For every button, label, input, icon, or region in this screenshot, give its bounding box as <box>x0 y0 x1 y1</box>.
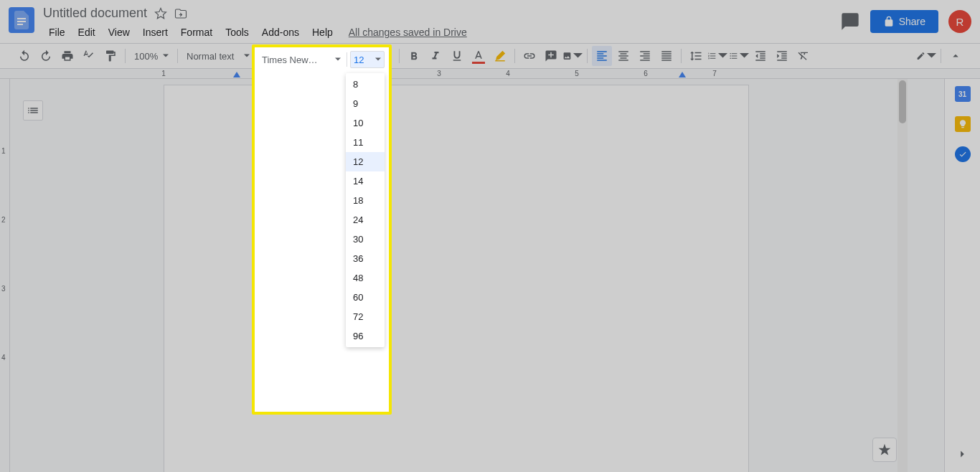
font-size-option[interactable]: 30 <box>346 230 385 249</box>
toolbar: 100% Normal text <box>0 43 980 69</box>
outline-toggle-button[interactable] <box>23 100 43 121</box>
left-indent-marker[interactable] <box>233 72 240 77</box>
share-label: Share <box>899 16 925 27</box>
side-panel: 31 <box>944 79 980 472</box>
text-color-button[interactable] <box>468 46 489 66</box>
font-size-select[interactable]: 12 <box>350 51 385 68</box>
menu-tools[interactable]: Tools <box>220 24 255 41</box>
bold-button[interactable] <box>404 46 424 66</box>
clear-formatting-button[interactable] <box>793 46 814 66</box>
paragraph-style-select[interactable]: Normal text <box>182 47 254 65</box>
explore-button[interactable] <box>872 438 897 462</box>
font-select[interactable]: Times New… <box>259 51 344 68</box>
insert-image-button[interactable] <box>562 46 583 66</box>
svg-rect-0 <box>17 18 26 19</box>
font-size-option[interactable]: 72 <box>346 307 385 326</box>
canvas-area <box>10 79 944 472</box>
menu-format[interactable]: Format <box>175 24 218 41</box>
line-spacing-button[interactable] <box>686 46 706 66</box>
move-icon[interactable] <box>174 7 187 20</box>
vertical-scrollbar[interactable] <box>897 79 908 472</box>
font-size-option[interactable]: 10 <box>346 113 385 133</box>
font-size-option[interactable]: 96 <box>346 326 385 346</box>
font-size-highlight-box: Times New… 12 89101112141824303648607296 <box>252 44 392 415</box>
menu-help[interactable]: Help <box>306 24 339 41</box>
svg-rect-2 <box>17 24 23 25</box>
chevron-down-icon <box>375 57 381 62</box>
font-size-option[interactable]: 24 <box>346 210 385 230</box>
paint-format-button[interactable] <box>100 46 121 66</box>
numbered-list-button[interactable] <box>707 46 727 66</box>
menu-addons[interactable]: Add-ons <box>256 24 305 41</box>
docs-logo[interactable] <box>9 7 34 33</box>
increase-indent-button[interactable] <box>772 46 792 66</box>
header-right: Share R <box>840 10 971 33</box>
zoom-value: 100% <box>134 51 158 62</box>
menu-insert[interactable]: Insert <box>137 24 174 41</box>
comments-icon[interactable] <box>840 11 860 32</box>
menu-view[interactable]: View <box>103 24 136 41</box>
vertical-ruler[interactable]: 1 2 3 4 <box>0 79 10 472</box>
font-value: Times New… <box>262 55 318 65</box>
underline-button[interactable] <box>447 46 467 66</box>
workspace: 1 2 3 4 31 <box>0 79 980 472</box>
italic-button[interactable] <box>425 46 446 66</box>
calendar-addon-icon[interactable]: 31 <box>955 86 971 102</box>
zoom-select[interactable]: 100% <box>130 47 173 65</box>
undo-button[interactable] <box>14 46 34 66</box>
redo-button[interactable] <box>36 46 56 66</box>
editing-mode-button[interactable] <box>916 46 936 66</box>
bulleted-list-button[interactable] <box>729 46 749 66</box>
save-status[interactable]: All changes saved in Drive <box>349 27 467 38</box>
highlight-color-button[interactable] <box>490 46 510 66</box>
print-button[interactable] <box>57 46 77 66</box>
star-icon[interactable] <box>154 7 167 20</box>
tasks-addon-icon[interactable] <box>955 146 971 162</box>
font-size-option[interactable]: 11 <box>346 133 385 152</box>
lock-icon <box>883 16 895 27</box>
collapse-toolbar-button[interactable] <box>946 46 966 66</box>
right-indent-marker[interactable] <box>679 72 686 77</box>
scroll-thumb[interactable] <box>899 80 906 123</box>
header: Untitled document File Edit View Insert … <box>0 0 980 43</box>
svg-rect-1 <box>17 21 26 22</box>
font-size-option[interactable]: 18 <box>346 191 385 210</box>
horizontal-ruler[interactable]: 1 1 2 3 4 5 6 7 <box>0 69 980 79</box>
font-size-value: 12 <box>354 55 364 65</box>
share-button[interactable]: Share <box>870 10 938 33</box>
font-size-option[interactable]: 12 <box>346 152 385 171</box>
font-size-option[interactable]: 14 <box>346 171 385 191</box>
spellcheck-button[interactable] <box>79 46 99 66</box>
style-value: Normal text <box>187 51 234 62</box>
expand-sidepanel-icon[interactable] <box>954 446 970 462</box>
align-right-button[interactable] <box>635 46 655 66</box>
title-area: Untitled document File Edit View Insert … <box>43 6 840 41</box>
font-size-option[interactable]: 36 <box>346 249 385 268</box>
insert-link-button[interactable] <box>519 46 540 66</box>
align-center-button[interactable] <box>613 46 633 66</box>
align-justify-button[interactable] <box>656 46 677 66</box>
document-title[interactable]: Untitled document <box>43 6 147 21</box>
menu-edit[interactable]: Edit <box>72 24 101 41</box>
chevron-down-icon <box>335 57 341 62</box>
add-comment-button[interactable] <box>541 46 561 66</box>
font-size-option[interactable]: 48 <box>346 268 385 288</box>
font-size-option[interactable]: 8 <box>346 75 385 94</box>
menu-bar: File Edit View Insert Format Tools Add-o… <box>43 24 840 41</box>
align-left-button[interactable] <box>592 46 612 66</box>
user-avatar[interactable]: R <box>948 10 971 33</box>
font-size-option[interactable]: 60 <box>346 288 385 307</box>
keep-addon-icon[interactable] <box>955 116 971 132</box>
menu-file[interactable]: File <box>43 24 71 41</box>
decrease-indent-button[interactable] <box>750 46 771 66</box>
font-size-dropdown: 89101112141824303648607296 <box>346 73 385 347</box>
font-size-option[interactable]: 9 <box>346 94 385 113</box>
